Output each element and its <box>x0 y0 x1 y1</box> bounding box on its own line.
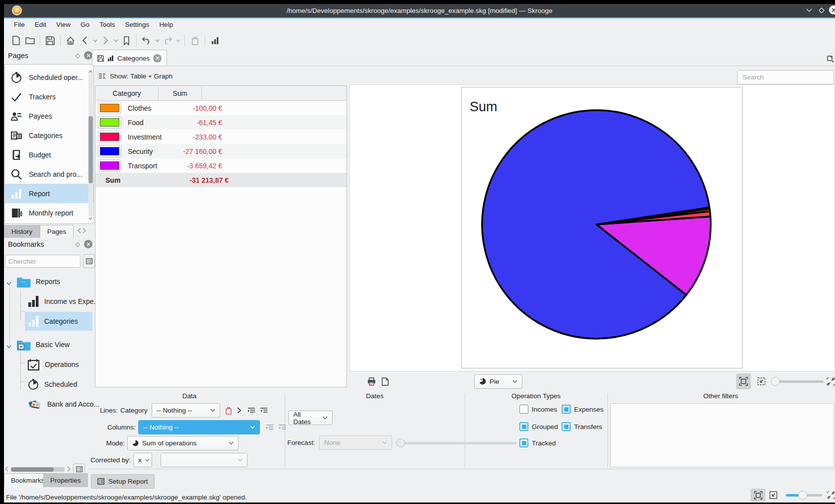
report-search-input[interactable] <box>737 70 834 84</box>
table-header[interactable]: Category Sum <box>95 86 346 101</box>
expand-lines-icon[interactable] <box>248 407 255 414</box>
sidebar-item-trackers[interactable]: Trackers <box>5 87 93 106</box>
tree-expander-icon[interactable] <box>6 342 11 351</box>
detach-tab-icon[interactable] <box>827 55 835 65</box>
menu-file[interactable]: File <box>9 19 30 30</box>
collapse-lines-icon[interactable] <box>260 407 268 414</box>
redo-icon[interactable] <box>161 34 174 48</box>
checkbox-expenses[interactable]: Expenses <box>562 405 603 414</box>
menu-settings[interactable]: Settings <box>120 19 155 30</box>
pie-chart[interactable] <box>461 87 743 368</box>
sidebar-item-budget[interactable]: Budget <box>5 145 93 164</box>
bookmarks-search-input[interactable] <box>5 255 81 268</box>
sidebar-item-scheduled-oper[interactable]: Scheduled oper... <box>5 68 93 87</box>
all-dates-combo[interactable]: All Dates <box>288 411 333 425</box>
undo-icon[interactable] <box>140 34 154 48</box>
bookmark-item-categories[interactable]: Categories <box>27 312 78 331</box>
table-row-transport[interactable]: Transport-3 659,42 € <box>95 158 346 173</box>
bookmark-item-bank-and-acco[interactable]: Bank and Acco... <box>27 395 99 414</box>
columns-combo[interactable]: -- Nothing -- <box>138 420 260 434</box>
collapse-columns-icon[interactable] <box>278 424 286 431</box>
next-level-icon[interactable] <box>237 407 242 414</box>
hscroll-right-icon[interactable] <box>67 465 71 474</box>
table-row-clothes[interactable]: Clothes-100,00 € <box>95 101 346 115</box>
tab-properties[interactable]: Properties <box>43 473 88 487</box>
tab-pages[interactable]: Pages <box>40 225 74 238</box>
remove-line-trash-icon[interactable] <box>225 407 232 415</box>
expand-columns-icon[interactable] <box>266 424 274 431</box>
tab-close-icon[interactable] <box>153 54 162 63</box>
menu-tools[interactable]: Tools <box>94 19 120 30</box>
tab-categories-report[interactable]: Categories <box>92 50 167 66</box>
go-back-menu-icon[interactable] <box>91 34 98 48</box>
status-zoom-fit-icon[interactable] <box>751 489 765 502</box>
graph-zoom-slider[interactable] <box>771 377 820 386</box>
show-mode-bar[interactable]: Show: Table + Graph <box>98 72 172 80</box>
home-icon[interactable] <box>64 34 78 48</box>
zoom-original-icon[interactable] <box>757 377 765 385</box>
corrected-by-value-combo[interactable] <box>161 453 248 467</box>
trash-icon[interactable] <box>188 34 202 48</box>
bookmark-item-operations[interactable]: Operations <box>27 355 79 374</box>
go-forward-menu-icon[interactable] <box>112 34 119 48</box>
lines-level-combo[interactable]: -- Nothing -- <box>152 403 220 418</box>
undo-menu-icon[interactable] <box>154 34 161 48</box>
scroll-up-icon[interactable] <box>88 66 92 75</box>
other-filters-list[interactable] <box>610 403 834 467</box>
close-icon[interactable] <box>829 5 835 14</box>
corrected-by-combo[interactable]: x <box>133 453 152 467</box>
menu-edit[interactable]: Edit <box>30 19 51 30</box>
close-panel-icon[interactable] <box>84 51 92 60</box>
forecast-combo[interactable]: None <box>319 435 392 450</box>
float-panel-icon[interactable]: ◇ <box>76 52 80 59</box>
graph-type-combo[interactable]: Pie <box>474 374 522 389</box>
fullscreen-icon[interactable] <box>827 377 835 386</box>
checked-checkbox-icon[interactable] <box>519 422 528 431</box>
maximize-icon[interactable] <box>817 5 827 15</box>
status-zoom-original-icon[interactable] <box>769 491 777 499</box>
titlebar[interactable]: /home/s/Developpements/skrooge/examples/… <box>4 4 835 18</box>
tab-scroll-left-icon[interactable] <box>78 227 81 235</box>
checked-checkbox-icon[interactable] <box>562 405 571 414</box>
checkbox-incomes[interactable]: Incomes <box>519 405 557 414</box>
menu-go[interactable]: Go <box>76 19 94 30</box>
minimize-icon[interactable] <box>804 5 814 15</box>
table-row-security[interactable]: Security-27 160,00 € <box>95 144 346 158</box>
column-header-sum[interactable]: Sum <box>159 86 202 100</box>
checked-checkbox-icon[interactable] <box>562 422 571 431</box>
hscroll-left-icon[interactable] <box>5 465 8 474</box>
table-row-food[interactable]: Food-61,45 € <box>95 115 346 130</box>
tab-history[interactable]: History <box>4 225 40 238</box>
bookmarks-view-options-icon[interactable] <box>83 254 95 268</box>
new-document-icon[interactable] <box>9 34 23 48</box>
menu-view[interactable]: View <box>51 19 76 30</box>
checkbox-transfers[interactable]: Transfers <box>562 422 602 431</box>
category-color-swatch[interactable] <box>98 159 121 172</box>
category-color-swatch[interactable] <box>98 116 121 129</box>
sidebar-item-payees[interactable]: Payees <box>5 106 93 126</box>
tree-expander-icon[interactable] <box>6 279 11 288</box>
go-back-icon[interactable] <box>78 34 91 48</box>
checked-checkbox-icon[interactable] <box>519 438 528 447</box>
bookmark-item-scheduled[interactable]: Scheduled <box>27 375 77 394</box>
scroll-down-icon[interactable] <box>88 213 92 222</box>
hscroll-track[interactable] <box>11 467 65 472</box>
mode-combo[interactable]: Sum of operations <box>127 436 239 450</box>
status-fullscreen-icon[interactable] <box>827 491 835 499</box>
sidebar-item-categories[interactable]: Categories <box>5 126 93 145</box>
sidebar-item-search-and-pro[interactable]: Search and pro... <box>5 164 93 184</box>
setup-report-button[interactable]: Setup Report <box>91 474 155 489</box>
forecast-slider[interactable] <box>396 438 517 447</box>
category-color-swatch[interactable] <box>98 131 121 143</box>
menu-help[interactable]: Help <box>154 19 178 30</box>
zoom-fit-icon[interactable] <box>736 373 751 389</box>
bookmark-item-basic-view[interactable]: Basic View <box>16 335 70 354</box>
print-icon[interactable] <box>367 377 376 386</box>
bookmark-icon[interactable] <box>119 34 133 48</box>
copy-icon[interactable] <box>382 377 389 386</box>
save-icon[interactable] <box>43 34 57 48</box>
bookmark-item-income-vs-expe[interactable]: Income vs Expe... <box>27 292 99 311</box>
float-panel-icon[interactable]: ◇ <box>76 241 80 248</box>
category-color-swatch[interactable] <box>98 102 121 114</box>
sidebar-item-monthly-report[interactable]: Monthly report <box>5 203 93 222</box>
